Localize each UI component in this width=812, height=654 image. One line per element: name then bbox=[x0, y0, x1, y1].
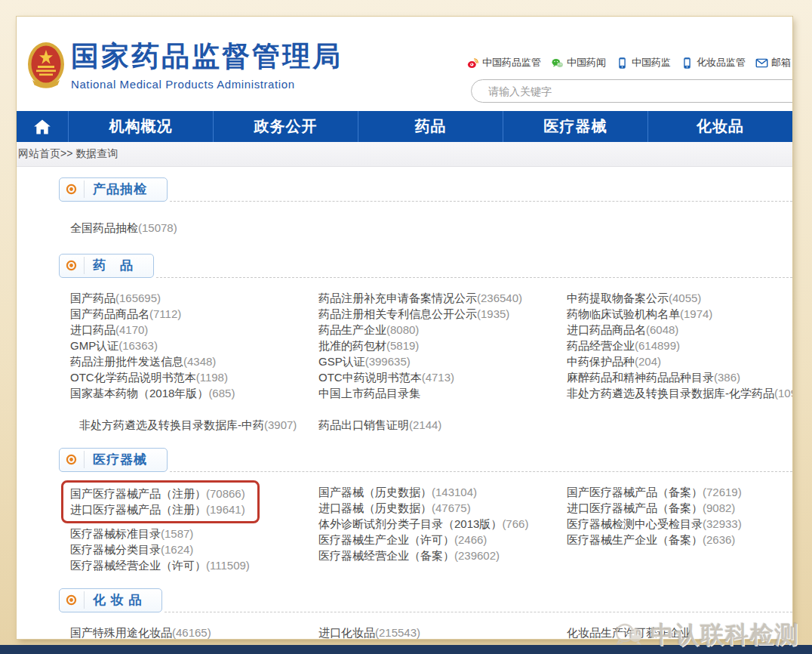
data-link[interactable]: 中药保护品种(204) bbox=[567, 353, 792, 369]
nav-item-政务公开[interactable]: 政务公开 bbox=[213, 111, 358, 142]
section-title: 产品抽检 bbox=[84, 180, 147, 198]
data-link-count: (1587) bbox=[161, 527, 193, 540]
data-link[interactable]: 医疗器械经营企业（备案）(239602) bbox=[318, 548, 567, 563]
data-link[interactable]: OTC化学药品说明书范本(1198) bbox=[70, 369, 318, 385]
data-link-label: GMP认证 bbox=[70, 339, 118, 352]
data-link-count: (143104) bbox=[432, 486, 477, 498]
nav-item-医疗器械[interactable]: 医疗器械 bbox=[503, 111, 647, 142]
link-grid: 国产特殊用途化妆品(46165)化妆品生产许可获证企业（历史数据）(3880)化… bbox=[59, 625, 792, 639]
section-bullet-icon bbox=[66, 184, 77, 195]
data-link-count: (1624) bbox=[161, 543, 193, 556]
data-link-count: (4055) bbox=[669, 292, 701, 304]
link-grid: 全国药品抽检(15078) bbox=[59, 220, 792, 236]
data-link-count: (111509) bbox=[206, 559, 250, 572]
data-link[interactable]: 药物临床试验机构名单(1974) bbox=[567, 306, 792, 322]
section-bullet-icon bbox=[66, 454, 77, 465]
link-column: 国产器械（历史数据）(143104)进口器械（历史数据）(47675)体外诊断试… bbox=[318, 484, 567, 563]
data-link[interactable]: 非处方药遴选及转换目录数据库-中药(3907) bbox=[79, 417, 318, 433]
section: 药 品国产药品(165695)国产药品商品名(7112)进口药品(4170)GM… bbox=[59, 254, 792, 433]
nav-item-化妆品[interactable]: 化妆品 bbox=[647, 111, 792, 142]
data-link[interactable]: 批准的药包材(5819) bbox=[318, 338, 567, 353]
section: 化 妆 品国产特殊用途化妆品(46165)化妆品生产许可获证企业（历史数据）(3… bbox=[59, 588, 792, 639]
nav-item-药品[interactable]: 药品 bbox=[358, 111, 503, 142]
national-emblem-icon bbox=[27, 41, 65, 89]
data-link[interactable]: 药品生产企业(8080) bbox=[318, 322, 567, 338]
mail-icon bbox=[755, 57, 768, 69]
data-link[interactable]: 非处方药遴选及转换目录数据库-化学药品(1091) bbox=[567, 385, 792, 401]
data-link[interactable]: 中药提取物备案公示(4055) bbox=[567, 290, 792, 306]
data-link-count: (399635) bbox=[365, 355, 411, 368]
data-link[interactable]: 医疗器械生产企业（备案）(2636) bbox=[567, 532, 792, 548]
data-link-label: 医疗器械检测中心受检目录 bbox=[567, 517, 703, 530]
data-link-count: (766) bbox=[502, 517, 528, 530]
data-link-count: (46165) bbox=[172, 626, 211, 639]
data-link[interactable]: 国产药品(165695) bbox=[70, 290, 318, 306]
data-link-count: (70866) bbox=[206, 487, 245, 500]
data-link[interactable]: 全国药品抽检(15078) bbox=[70, 220, 318, 236]
section-bullet-icon bbox=[66, 260, 77, 271]
section-dotted-line bbox=[156, 277, 792, 278]
data-link-label: 国产药品商品名 bbox=[70, 307, 149, 320]
data-link[interactable]: 进口化妆品(215543) bbox=[318, 625, 567, 639]
search-input[interactable] bbox=[471, 79, 792, 103]
breadcrumb[interactable]: 网站首页>> 数据查询 bbox=[17, 142, 792, 167]
data-link[interactable]: 进口医疗器械产品（备案）(9082) bbox=[567, 500, 792, 516]
section-header: 化 妆 品 bbox=[59, 588, 792, 612]
data-link[interactable]: 国产医疗器械产品（注册）(70866) bbox=[70, 486, 245, 501]
data-link[interactable]: GSP认证(399635) bbox=[318, 353, 567, 369]
quick-link[interactable]: 化妆品监管 bbox=[681, 56, 746, 69]
data-link-count: (1974) bbox=[680, 307, 712, 320]
data-link[interactable]: 进口药品商品名(6048) bbox=[567, 322, 792, 338]
quick-link[interactable]: 中国药品监管 bbox=[466, 56, 541, 69]
data-link[interactable]: 医疗器械经营企业（许可）(111509) bbox=[70, 557, 318, 573]
data-link[interactable]: 国产特殊用途化妆品(46165) bbox=[70, 625, 318, 639]
data-link-label: 国产器械（历史数据） bbox=[318, 486, 432, 498]
link-grid: 国产医疗器械产品（注册）(70866)进口医疗器械产品（注册）(19641)医疗… bbox=[59, 484, 792, 573]
data-link-label: 国家基本药物（2018年版） bbox=[70, 387, 208, 399]
data-link[interactable]: 进口医疗器械产品（注册）(19641) bbox=[70, 501, 245, 517]
quick-links-bar: 中国药品监管中国药闻中国药监化妆品监管邮箱政 bbox=[466, 56, 792, 69]
data-link-count: (1935) bbox=[477, 307, 509, 320]
data-link[interactable]: 医疗器械检测中心受检目录(32933) bbox=[567, 516, 792, 532]
nav-home-button[interactable] bbox=[17, 111, 68, 142]
data-link-count: (4348) bbox=[183, 355, 216, 368]
data-link[interactable]: 药品经营企业(614899) bbox=[567, 338, 792, 353]
data-query-content: 产品抽检全国药品抽检(15078)药 品国产药品(165695)国产药品商品名(… bbox=[17, 167, 792, 639]
data-link[interactable]: 国产器械（历史数据）(143104) bbox=[318, 484, 567, 500]
data-link[interactable]: 医疗器械生产企业（许可）(2466) bbox=[318, 532, 567, 548]
data-link[interactable]: 医疗器械标准目录(1587) bbox=[70, 526, 318, 541]
data-link[interactable]: 药品注册相关专利信息公开公示(1935) bbox=[318, 306, 567, 322]
data-link[interactable]: 国产医疗器械产品（备案）(72619) bbox=[567, 484, 792, 500]
data-link[interactable]: 国产药品商品名(7112) bbox=[70, 306, 318, 322]
data-link-count: (4713) bbox=[422, 371, 454, 384]
data-link-label: GSP认证 bbox=[318, 355, 365, 368]
data-link[interactable]: OTC中药说明书范本(4713) bbox=[318, 369, 567, 385]
data-link[interactable]: 进口器械（历史数据）(47675) bbox=[318, 500, 567, 516]
quick-link[interactable]: 邮箱 bbox=[755, 56, 791, 69]
quick-link-label: 中国药品监管 bbox=[482, 56, 541, 69]
quick-link[interactable]: 中国药闻 bbox=[551, 56, 606, 69]
phone-icon bbox=[681, 57, 694, 69]
data-link-count: (8080) bbox=[386, 323, 419, 336]
data-link[interactable]: 麻醉药品和精神药品品种目录(386) bbox=[567, 369, 792, 385]
quick-link[interactable]: 中国药监 bbox=[616, 56, 671, 69]
data-link[interactable]: GMP认证(16363) bbox=[70, 338, 318, 353]
data-link[interactable]: 化妆品生产许可获证企业 bbox=[567, 625, 792, 639]
data-link[interactable]: 体外诊断试剂分类子目录（2013版）(766) bbox=[318, 516, 567, 532]
quick-link-label: 化妆品监管 bbox=[697, 56, 746, 69]
data-link[interactable]: 医疗器械分类目录(1624) bbox=[70, 541, 318, 557]
data-link-count: (386) bbox=[714, 371, 740, 384]
data-link[interactable]: 中国上市药品目录集 bbox=[318, 385, 567, 401]
data-link-count: (7112) bbox=[149, 307, 181, 320]
data-link[interactable]: 药品注册批件发送信息(4348) bbox=[70, 353, 318, 369]
data-link-label: 进口器械（历史数据） bbox=[318, 501, 432, 514]
data-link[interactable]: 药品注册补充申请备案情况公示(236540) bbox=[318, 290, 567, 306]
data-link-label: 药品生产企业 bbox=[318, 323, 386, 336]
link-column: 国产医疗器械产品（备案）(72619)进口医疗器械产品（备案）(9082)医疗器… bbox=[567, 484, 792, 548]
data-link-label: 药品注册补充申请备案情况公示 bbox=[318, 292, 477, 304]
data-link[interactable]: 进口药品(4170) bbox=[70, 322, 318, 338]
data-link[interactable]: 药品出口销售证明(2144) bbox=[318, 417, 567, 433]
nav-item-机构概况[interactable]: 机构概况 bbox=[68, 111, 213, 142]
data-link[interactable]: 国家基本药物（2018年版）(685) bbox=[70, 385, 318, 401]
data-link-label: 国产药品 bbox=[70, 292, 115, 304]
